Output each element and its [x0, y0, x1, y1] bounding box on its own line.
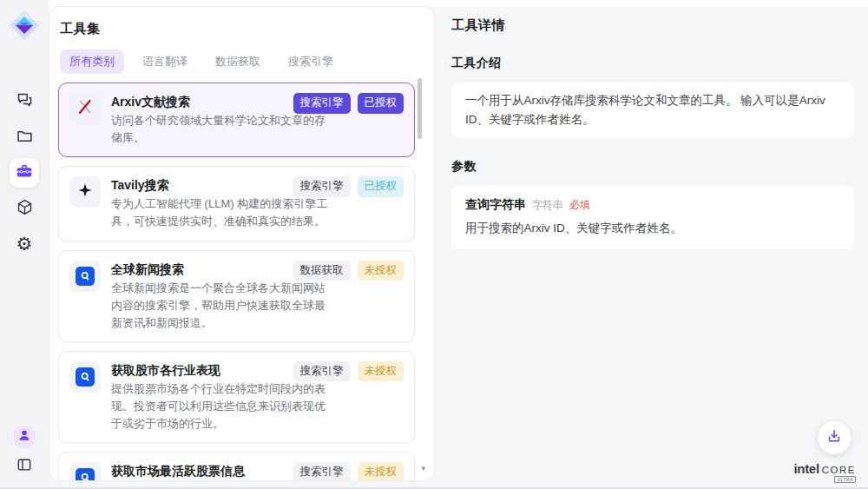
user-icon	[17, 428, 31, 446]
tool-details-panel: 工具详情 工具介绍 一个用于从Arxiv存储库搜索科学论文和文章的工具。 输入可…	[438, 7, 868, 487]
category-badge: 搜索引擎	[293, 93, 351, 114]
brand-tier-badge: ultra	[834, 476, 856, 483]
scroll-down-icon[interactable]: ▾	[421, 464, 425, 472]
tab-translation[interactable]: 语言翻译	[133, 50, 197, 74]
tool-description: 访问各个研究领域大量科学论文和文章的存储库。	[111, 112, 328, 147]
intro-card: 一个用于从Arxiv存储库搜索科学论文和文章的工具。 输入可以是Arxiv ID…	[451, 83, 854, 137]
app-logo-icon	[8, 9, 41, 45]
tool-icon-tile	[69, 93, 101, 124]
required-badge: 必填	[569, 198, 590, 213]
sidebar-item-packages[interactable]	[10, 194, 39, 223]
parameter-description: 用于搜索的Arxiv ID、关键字或作者姓名。	[465, 221, 840, 236]
sidebar-item-tools[interactable]	[10, 158, 39, 188]
tool-card-global-news[interactable]: 全球新闻搜索 全球新闻搜索是一个聚合全球各大新闻网站内容的搜索引擎，帮助用户快速…	[58, 250, 415, 342]
brand-name: intel	[793, 461, 819, 476]
user-avatar[interactable]	[13, 426, 36, 448]
download-icon	[825, 427, 843, 448]
blue-search-icon	[76, 367, 95, 387]
intro-heading: 工具介绍	[451, 56, 854, 71]
tool-card-arxiv[interactable]: Arxiv文献搜索 访问各个研究领域大量科学论文和文章的存储库。 搜索引擎 已授…	[58, 83, 415, 157]
icon-sidebar: ⚙	[0, 0, 49, 487]
tool-description: 提供股票市场各个行业在特定时间段内的表现。投资者可以利用这些信息来识别表现优于或…	[111, 380, 328, 433]
tool-icon-tile	[69, 261, 101, 292]
tab-data-fetch[interactable]: 数据获取	[206, 50, 270, 74]
auth-status-badge: 已授权	[358, 176, 404, 197]
panel-toggle-icon	[16, 461, 33, 476]
category-badge: 搜索引擎	[293, 361, 351, 382]
tab-search-engine[interactable]: 搜索引擎	[279, 50, 343, 74]
main-area: 工具集 所有类别 语言翻译 数据获取 搜索引擎	[49, 7, 868, 487]
category-tabs: 所有类别 语言翻译 数据获取 搜索引擎	[60, 50, 434, 74]
blue-search-icon	[76, 267, 95, 286]
brand-series: core	[822, 465, 856, 475]
cube-icon	[16, 198, 34, 220]
intel-core-logo: intelcore ultra	[793, 461, 856, 477]
tool-card-active-stocks[interactable]: 获取市场最活跃股票信息 提供当天交易量最高的股票列表，投资者可以利用这些信息来识…	[58, 452, 415, 480]
chat-icon	[16, 91, 34, 113]
tool-icon-tile	[69, 462, 101, 480]
tab-all-categories[interactable]: 所有类别	[60, 50, 124, 74]
tool-card-tavily[interactable]: Tavily搜索 专为人工智能代理 (LLM) 构建的搜索引擎工具，可快速提供实…	[58, 166, 415, 241]
auth-status-badge: 未授权	[358, 361, 404, 382]
sidebar-item-chat[interactable]	[10, 87, 39, 116]
details-title: 工具详情	[451, 17, 854, 34]
download-button[interactable]	[818, 421, 851, 454]
tool-icon-tile	[69, 176, 101, 208]
panel-toggle-button[interactable]	[16, 456, 33, 477]
tool-description: 全球新闻搜索是一个聚合全球各大新闻网站内容的搜索引擎，帮助用户快速获取全球最新资…	[111, 280, 328, 332]
params-heading: 参数	[451, 159, 854, 175]
auth-status-badge: 未授权	[358, 261, 404, 281]
tool-icon-tile	[69, 361, 101, 393]
tavily-star-icon	[76, 182, 94, 202]
app-window: ⚙	[0, 0, 868, 489]
tools-panel-title: 工具集	[49, 7, 434, 37]
arxiv-x-icon	[76, 97, 95, 120]
tool-description: 专为人工智能代理 (LLM) 构建的搜索引擎工具，可快速提供实时、准确和真实的结…	[111, 195, 328, 230]
parameter-type: 字符串	[532, 198, 563, 213]
sidebar-item-files[interactable]	[10, 122, 39, 152]
parameter-card: 查询字符串 字符串 必填 用于搜索的Arxiv ID、关键字或作者姓名。	[451, 186, 854, 249]
tool-card-sector-performance[interactable]: 获取股市各行业表现 提供股票市场各个行业在特定时间段内的表现。投资者可以利用这些…	[58, 351, 415, 443]
blue-search-icon	[76, 468, 95, 480]
toolbox-icon	[15, 162, 34, 184]
gear-icon: ⚙	[16, 235, 33, 254]
category-badge: 搜索引擎	[293, 176, 351, 197]
auth-status-badge: 未授权	[358, 462, 404, 480]
folder-icon	[16, 127, 34, 149]
tool-card-list: Arxiv文献搜索 访问各个研究领域大量科学论文和文章的存储库。 搜索引擎 已授…	[58, 83, 425, 480]
sidebar-item-settings[interactable]: ⚙	[10, 229, 39, 259]
category-badge: 数据获取	[293, 261, 351, 281]
parameter-name: 查询字符串	[465, 197, 526, 213]
category-badge: 搜索引擎	[293, 462, 351, 480]
auth-status-badge: 已授权	[358, 93, 404, 114]
tools-panel: 工具集 所有类别 语言翻译 数据获取 搜索引擎	[49, 7, 434, 480]
list-scrollbar-thumb[interactable]	[418, 78, 422, 139]
